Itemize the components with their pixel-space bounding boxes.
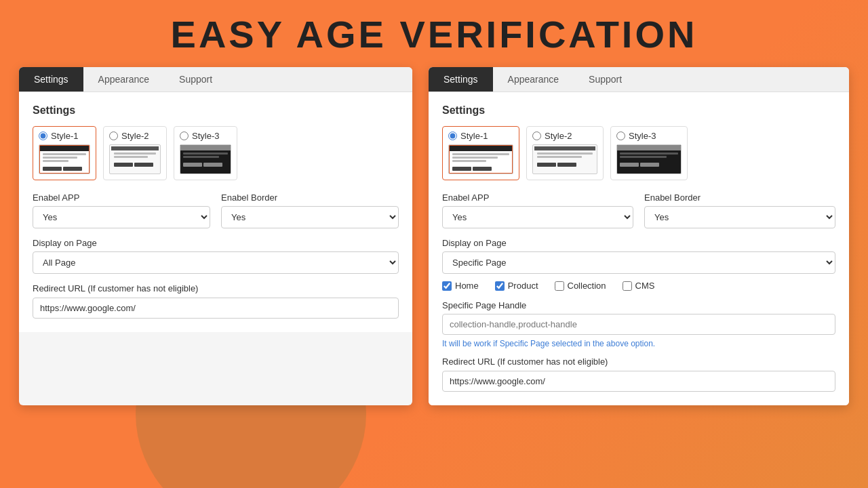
left-style-1-preview (39, 144, 90, 174)
right-enabel-border-select[interactable]: Yes No (644, 206, 835, 228)
left-display-page-select[interactable]: All Page Specific Page (33, 251, 399, 274)
right-specific-handle-input[interactable] (442, 314, 835, 335)
left-redirect-label: Redirect URL (If customer has not eligib… (33, 283, 399, 293)
right-style-2-label: Style-2 (545, 131, 572, 141)
right-style-2-preview (532, 144, 597, 174)
right-enabel-border-label: Enabel Border (644, 192, 835, 203)
right-section-title: Settings (442, 104, 835, 117)
right-style-1-radio[interactable] (448, 131, 457, 140)
right-style-card-3[interactable]: Style-3 (610, 126, 688, 180)
right-checkbox-cms-label: CMS (635, 281, 655, 291)
right-display-page-group: Display on Page All Page Specific Page (442, 238, 835, 274)
left-tab-support[interactable]: Support (164, 67, 227, 92)
right-panel: Settings Appearance Support Settings Sty… (429, 67, 849, 405)
right-style-card-2[interactable]: Style-2 (526, 126, 604, 180)
left-enabel-app-select[interactable]: Yes No (33, 206, 210, 228)
right-checkbox-product-label: Product (508, 281, 538, 291)
right-specific-handle-label: Specific Page Handle (442, 300, 835, 310)
right-style-3-radio[interactable] (616, 131, 625, 140)
left-redirect-input[interactable] (33, 298, 399, 319)
right-redirect-input[interactable] (442, 371, 835, 392)
right-checkbox-cms[interactable]: CMS (623, 281, 655, 291)
left-style-card-3[interactable]: Style-3 (174, 126, 237, 180)
left-style-cards: Style-1 (33, 126, 399, 180)
right-checkbox-collection-input[interactable] (555, 281, 564, 291)
left-display-page-label: Display on Page (33, 238, 399, 248)
right-enabel-row: Enabel APP Yes No Enabel Border Yes No (442, 192, 835, 228)
right-panel-content: Settings Style-1 (429, 92, 849, 405)
left-enabel-border-select[interactable]: Yes No (221, 206, 399, 228)
right-enabel-app-select[interactable]: Yes No (442, 206, 633, 228)
right-checkbox-home[interactable]: Home (442, 281, 479, 291)
right-tab-support[interactable]: Support (574, 67, 637, 92)
left-style-2-preview (109, 144, 161, 174)
right-helper-text: It will be work if Specific Page selecte… (442, 339, 835, 348)
right-checkbox-home-input[interactable] (442, 281, 452, 291)
right-display-page-label: Display on Page (442, 238, 835, 248)
left-style-3-radio[interactable] (180, 131, 189, 140)
left-tab-settings[interactable]: Settings (19, 67, 83, 92)
left-enabel-border-label: Enabel Border (221, 192, 399, 203)
right-checkboxes-row: Home Product Collection CMS (442, 281, 835, 291)
right-redirect-label: Redirect URL (If customer has not eligib… (442, 357, 835, 367)
right-checkbox-cms-input[interactable] (623, 281, 632, 291)
right-tab-bar: Settings Appearance Support (429, 67, 849, 92)
left-enabel-app-group: Enabel APP Yes No (33, 192, 210, 228)
left-style-3-label: Style-3 (192, 131, 219, 141)
page-title: EASY AGE VERIFICATION (0, 0, 868, 67)
panels-container: Settings Appearance Support Settings Sty… (0, 67, 868, 405)
right-enabel-app-group: Enabel APP Yes No (442, 192, 633, 228)
left-section-title: Settings (33, 104, 399, 117)
right-style-3-preview (616, 144, 682, 174)
right-checkbox-product[interactable]: Product (495, 281, 538, 291)
left-style-2-label: Style-2 (121, 131, 149, 141)
left-style-1-label: Style-1 (51, 131, 78, 141)
left-enabel-border-group: Enabel Border Yes No (221, 192, 399, 228)
right-style-cards: Style-1 (442, 126, 835, 180)
right-display-page-select[interactable]: All Page Specific Page (442, 251, 835, 274)
left-panel: Settings Appearance Support Settings Sty… (19, 67, 412, 405)
left-style-card-1[interactable]: Style-1 (33, 126, 96, 180)
left-style-1-radio[interactable] (39, 131, 47, 140)
right-style-card-1[interactable]: Style-1 (442, 126, 519, 180)
right-specific-handle-group: Specific Page Handle (442, 300, 835, 335)
right-tab-appearance[interactable]: Appearance (493, 67, 574, 92)
right-checkbox-collection[interactable]: Collection (555, 281, 606, 291)
right-enabel-border-group: Enabel Border Yes No (644, 192, 835, 228)
left-style-3-preview (180, 144, 231, 174)
left-style-card-2[interactable]: Style-2 (103, 126, 167, 180)
left-style-2-radio[interactable] (109, 131, 118, 140)
left-tab-bar: Settings Appearance Support (19, 67, 412, 92)
right-style-1-preview (448, 144, 513, 174)
right-style-3-label: Style-3 (629, 131, 656, 141)
right-enabel-app-label: Enabel APP (442, 192, 633, 203)
left-redirect-group: Redirect URL (If customer has not eligib… (33, 283, 399, 319)
right-checkbox-product-input[interactable] (495, 281, 505, 291)
left-enabel-app-label: Enabel APP (33, 192, 210, 203)
right-redirect-group: Redirect URL (If customer has not eligib… (442, 357, 835, 392)
left-display-page-group: Display on Page All Page Specific Page (33, 238, 399, 274)
right-style-2-radio[interactable] (532, 131, 541, 140)
right-checkbox-collection-label: Collection (568, 281, 606, 291)
right-checkbox-home-label: Home (455, 281, 479, 291)
left-tab-appearance[interactable]: Appearance (83, 67, 165, 92)
left-panel-content: Settings Style-1 (19, 92, 412, 332)
left-enabel-row: Enabel APP Yes No Enabel Border Yes No (33, 192, 399, 228)
right-tab-settings[interactable]: Settings (429, 67, 493, 92)
right-style-1-label: Style-1 (460, 131, 488, 141)
